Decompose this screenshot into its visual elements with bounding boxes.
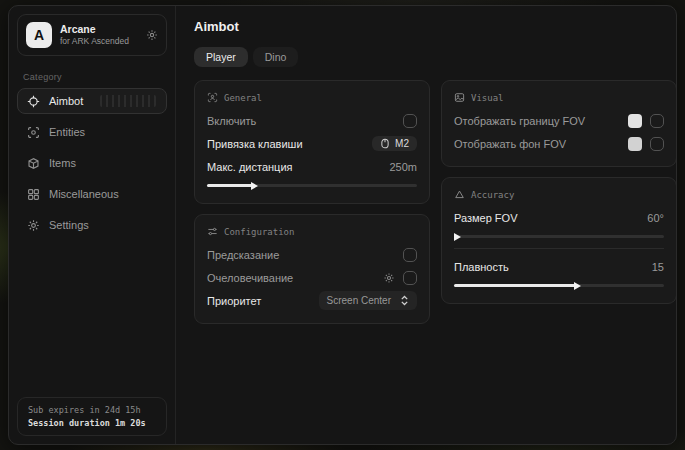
setting-row-fov-border: Отображать границу FOV — [454, 109, 664, 132]
smoothness-slider[interactable] — [454, 281, 664, 290]
fov-background-checkbox[interactable] — [650, 137, 664, 151]
gear-icon — [27, 219, 40, 232]
package-icon — [27, 157, 40, 170]
panel-title: Accuracy — [471, 190, 514, 200]
panel-configuration: Configuration Предсказание Очеловечивани… — [194, 214, 430, 324]
triangle-icon — [454, 189, 465, 200]
divider — [454, 248, 664, 249]
crosshair-icon — [27, 95, 40, 108]
main-content: Aimbot Player Dino General — [176, 6, 677, 444]
priority-select[interactable]: Screen Center — [319, 291, 417, 310]
sidebar-item-aimbot[interactable]: Aimbot — [17, 88, 167, 114]
fov-size-value: 60° — [647, 212, 664, 224]
tab-dino[interactable]: Dino — [253, 47, 299, 67]
humanization-checkbox[interactable] — [403, 271, 417, 285]
fov-background-color-swatch[interactable] — [628, 137, 642, 151]
sidebar-item-label: Aimbot — [49, 95, 83, 107]
priority-value: Screen Center — [327, 295, 391, 306]
sub-expires-text: Sub expires in 24d 15h — [28, 405, 156, 415]
panel-accuracy: Accuracy Размер FOV 60° Плавность 15 — [441, 177, 677, 304]
page-title: Aimbot — [194, 19, 677, 34]
tab-bar: Player Dino — [194, 47, 677, 67]
sidebar-item-items[interactable]: Items — [17, 150, 167, 176]
sidebar-nav: Aimbot Entities Items — [9, 88, 175, 238]
app-subtitle: for ARK Ascended — [60, 36, 129, 47]
image-icon — [454, 92, 465, 103]
max-distance-slider[interactable] — [207, 181, 417, 190]
watermark — [100, 95, 156, 107]
sidebar-item-miscellaneous[interactable]: Miscellaneous — [17, 181, 167, 207]
smoothness-value: 15 — [652, 261, 664, 273]
max-distance-value: 250m — [389, 161, 417, 173]
app-title: Arcane — [60, 23, 129, 36]
session-info-card: Sub expires in 24d 15h Session duration … — [17, 397, 167, 436]
sidebar: A Arcane for ARK Ascended Category Aimbo… — [9, 6, 176, 444]
sidebar-item-label: Settings — [49, 219, 89, 231]
humanization-gear-icon[interactable] — [383, 272, 395, 284]
sidebar-item-label: Miscellaneous — [49, 188, 119, 200]
fov-size-slider[interactable] — [454, 232, 664, 241]
app-header-card: A Arcane for ARK Ascended — [17, 14, 167, 56]
focus-person-icon — [207, 92, 218, 103]
setting-row-enable: Включить — [207, 109, 417, 132]
setting-row-fov-background: Отображать фон FOV — [454, 132, 664, 155]
app-logo-letter: A — [34, 27, 44, 43]
session-duration-text: Session duration 1m 20s — [28, 418, 156, 428]
panel-title: Visual — [471, 93, 504, 103]
tab-player[interactable]: Player — [194, 47, 248, 67]
keybind-value: M2 — [395, 138, 409, 149]
app-logo: A — [26, 22, 52, 48]
setting-row-prediction: Предсказание — [207, 243, 417, 266]
panel-title: General — [224, 93, 262, 103]
panel-visual: Visual Отображать границу FOV Отображать… — [441, 80, 677, 167]
stream-proof-icon[interactable] — [146, 29, 158, 41]
slider-thumb[interactable] — [454, 233, 461, 241]
mouse-icon — [380, 138, 390, 149]
setting-row-max-distance: Макс. дистанция 250m — [207, 155, 417, 178]
enable-checkbox[interactable] — [403, 114, 417, 128]
caret-sort-icon — [400, 295, 409, 306]
panel-general: General Включить Привязка клавиши — [194, 80, 430, 204]
sidebar-item-label: Entities — [49, 126, 85, 138]
grid-icon — [27, 188, 40, 201]
sidebar-item-settings[interactable]: Settings — [17, 212, 167, 238]
setting-row-fov-size: Размер FOV 60° — [454, 206, 664, 229]
slider-thumb[interactable] — [574, 282, 581, 290]
scan-icon — [27, 126, 40, 139]
tune-icon — [207, 226, 218, 237]
setting-row-keybind: Привязка клавиши M2 — [207, 132, 417, 155]
keybind-button[interactable]: M2 — [372, 136, 417, 151]
slider-thumb[interactable] — [251, 182, 258, 190]
prediction-checkbox[interactable] — [403, 248, 417, 262]
setting-row-humanization: Очеловечивание — [207, 266, 417, 289]
fov-border-color-swatch[interactable] — [628, 114, 642, 128]
fov-border-checkbox[interactable] — [650, 114, 664, 128]
setting-row-smoothness: Плавность 15 — [454, 255, 664, 278]
category-label: Category — [23, 72, 161, 82]
sidebar-item-label: Items — [49, 157, 76, 169]
sidebar-item-entities[interactable]: Entities — [17, 119, 167, 145]
app-window: A Arcane for ARK Ascended Category Aimbo… — [8, 5, 677, 445]
setting-row-priority: Приоритет Screen Center — [207, 289, 417, 312]
panel-title: Configuration — [224, 227, 294, 237]
